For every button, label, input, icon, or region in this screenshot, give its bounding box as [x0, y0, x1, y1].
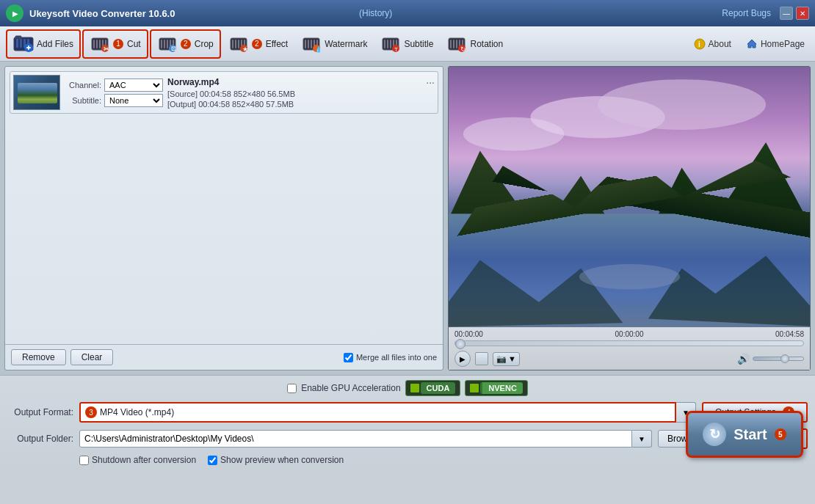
volume-section: 🔊 [737, 353, 804, 365]
remove-button[interactable]: Remove [11, 349, 66, 365]
svg-rect-45 [390, 40, 391, 48]
folder-dropdown-button[interactable]: ▼ [632, 430, 652, 448]
file-controls: Channel: AAC Subtitle: None [65, 78, 163, 107]
crop-button[interactable]: ⊡ 2 Crop [150, 29, 221, 59]
nvenc-badge: NVENC [480, 382, 523, 394]
main-content: Channel: AAC Subtitle: None Norway [0, 62, 815, 375]
folder-input[interactable]: C:\Users\Administrator\Desktop\My Videos… [79, 430, 632, 448]
gpu-row: Enable GPU Acceleration CUDA NVENC [7, 380, 808, 396]
clear-button[interactable]: Clear [70, 349, 114, 365]
title-bar-right: Report Bugs [722, 8, 771, 18]
shutdown-option: Shutdown after conversion [79, 455, 196, 465]
close-button[interactable]: ✕ [796, 7, 809, 20]
shutdown-label: Shutdown after conversion [92, 455, 196, 465]
add-files-label: Add Files [37, 39, 73, 49]
svg-point-62 [598, 79, 766, 130]
progress-bar[interactable] [454, 340, 804, 346]
svg-rect-52 [453, 40, 454, 48]
playback-controls: ▶ 📷 ▼ 🔊 [454, 351, 804, 367]
start-button[interactable]: ↻ Start 5 [686, 411, 803, 458]
svg-rect-36 [308, 40, 309, 48]
format-num-badge: 3 [85, 406, 97, 418]
app-logo [6, 4, 23, 22]
time-display: 00:00:00 00:00:00 00:04:58 [454, 330, 804, 338]
subtitle-select[interactable]: None [104, 94, 163, 107]
table-row: Channel: AAC Subtitle: None Norway [10, 71, 438, 114]
output-folder-label: Output Folder: [7, 434, 73, 444]
shutdown-checkbox[interactable] [79, 456, 89, 465]
subtitle-file-label: Subtitle: [65, 96, 101, 105]
bottom-bar: Enable GPU Acceleration CUDA NVENC Outpu… [0, 375, 815, 470]
homepage-label: HomePage [761, 39, 805, 49]
output-format-row: Output Format: 3 MP4 Video (*.mp4) ▼ Out… [7, 402, 808, 423]
file-name: Norway.mp4 [167, 77, 219, 87]
cut-button[interactable]: ✂ 1 Cut [82, 29, 148, 59]
nvidia-logo-2 [470, 384, 479, 392]
svg-rect-4 [20, 39, 22, 48]
gpu-label: Enable GPU Acceleration [301, 383, 400, 393]
svg-rect-43 [384, 40, 385, 48]
toolbar-right: i About HomePage [689, 35, 809, 53]
bottom-wrapper: Enable GPU Acceleration CUDA NVENC Outpu… [0, 375, 815, 470]
svg-rect-29 [238, 40, 239, 48]
svg-rect-28 [235, 40, 236, 48]
file-panel: Channel: AAC Subtitle: None Norway [4, 66, 443, 370]
cut-label: Cut [127, 39, 141, 49]
svg-rect-53 [456, 40, 457, 48]
add-files-button[interactable]: Add Files [6, 29, 81, 59]
merge-checkbox[interactable] [344, 353, 353, 362]
rotation-label: Rotation [470, 39, 503, 49]
report-bugs-link[interactable]: Report Bugs [722, 8, 771, 18]
svg-rect-37 [311, 40, 312, 48]
rotation-button[interactable]: ↻ Rotation [441, 31, 509, 57]
svg-rect-21 [167, 40, 168, 48]
svg-text:⊡: ⊡ [170, 45, 175, 52]
start-num-badge: 5 [775, 428, 786, 440]
time-mid: 00:00:00 [615, 330, 644, 338]
about-button[interactable]: i About [689, 35, 736, 53]
crop-icon: ⊡ [157, 34, 178, 54]
progress-handle[interactable] [455, 339, 466, 349]
title-bar: Ukeysoft Video Converter 10.6.0 (History… [0, 0, 815, 26]
svg-rect-70 [410, 384, 419, 392]
file-info: Norway.mp4 ··· [Source] 00:04:58 852×480… [167, 76, 435, 109]
svg-rect-11 [93, 40, 95, 48]
volume-handle[interactable] [780, 354, 789, 363]
subtitle-button[interactable]: T Subtitle [374, 31, 439, 57]
channel-select[interactable]: AAC [104, 78, 163, 92]
svg-rect-20 [164, 40, 165, 48]
effect-button[interactable]: ★ 2 Effect [222, 31, 294, 57]
svg-rect-44 [387, 40, 388, 48]
homepage-button[interactable]: HomePage [742, 35, 809, 53]
gpu-checkbox[interactable] [287, 384, 297, 393]
svg-point-63 [463, 117, 564, 151]
toolbar: Add Files ✂ 1 Cut [0, 26, 815, 62]
svg-rect-19 [161, 40, 162, 48]
svg-rect-3 [16, 39, 18, 48]
snapshot-button[interactable]: 📷 ▼ [493, 352, 520, 366]
rotation-icon: ↻ [446, 34, 467, 54]
nvidia-logo-1 [410, 384, 419, 392]
subtitle-label: Subtitle [404, 39, 433, 49]
play-button[interactable]: ▶ [454, 351, 471, 367]
svg-point-69 [579, 264, 680, 289]
camera-icon: 📷 [496, 354, 507, 364]
svg-rect-35 [305, 40, 306, 48]
watermark-button[interactable]: 💧 Watermark [295, 31, 373, 57]
app-title: Ukeysoft Video Converter 10.6.0 [29, 8, 359, 19]
cut-num: 1 [113, 39, 123, 49]
preview-option: Show preview when conversion [208, 455, 344, 465]
stop-button[interactable] [475, 352, 488, 365]
file-more-button[interactable]: ··· [426, 76, 435, 88]
svg-text:T: T [394, 45, 398, 52]
preview-checkbox[interactable] [208, 456, 217, 465]
svg-rect-1 [15, 36, 21, 39]
minimize-button[interactable]: — [780, 7, 793, 20]
file-panel-footer: Remove Clear Merge all files into one [5, 344, 443, 370]
crop-label: Crop [195, 39, 214, 49]
file-source-info: [Source] 00:04:58 852×480 56.5MB [167, 90, 435, 98]
dropdown-icon: ▼ [508, 354, 516, 363]
channel-label: Channel: [65, 81, 101, 90]
time-start: 00:00:00 [454, 330, 483, 338]
volume-slider[interactable] [753, 357, 804, 361]
